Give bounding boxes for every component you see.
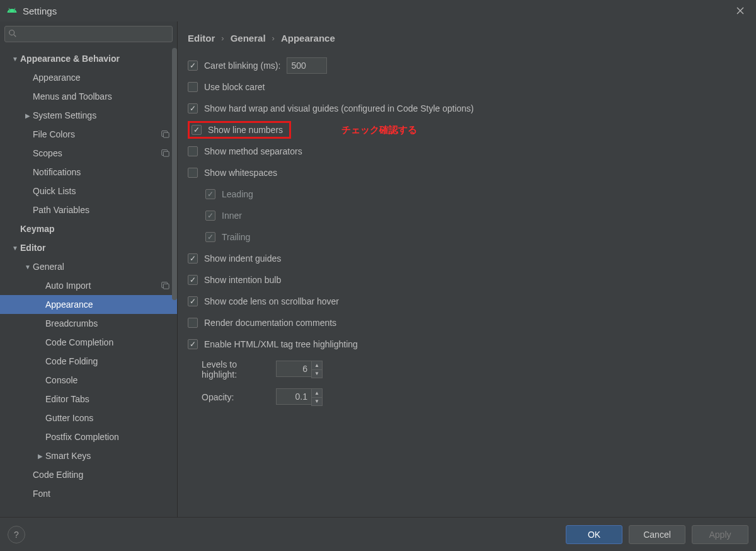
sidebar-tree[interactable]: ▼Appearance & Behavior Appearance Menus … xyxy=(0,47,177,517)
search-input[interactable] xyxy=(4,26,173,42)
window-title: Settings xyxy=(23,6,57,16)
method-separators-checkbox[interactable] xyxy=(188,146,198,156)
sidebar-item[interactable]: Appearance xyxy=(0,68,177,87)
arrow-spacer xyxy=(11,226,19,233)
show-line-numbers-checkbox[interactable] xyxy=(192,125,202,135)
sidebar-item[interactable]: Scopes xyxy=(0,144,177,163)
breadcrumb-editor[interactable]: Editor xyxy=(188,33,215,44)
sidebar-item[interactable]: Auto Import xyxy=(0,276,177,295)
cancel-button[interactable]: Cancel xyxy=(629,525,685,544)
indent-guides-checkbox[interactable] xyxy=(188,253,198,264)
arrow-spacer xyxy=(24,150,32,157)
sidebar-item-label: System Settings xyxy=(33,110,96,120)
ws-trailing-checkbox[interactable] xyxy=(205,232,215,242)
sidebar-item[interactable]: ▼Editor xyxy=(0,238,177,257)
arrow-spacer xyxy=(37,434,44,441)
annotation-text: チェック確認する xyxy=(341,124,417,136)
sidebar-item[interactable]: Console xyxy=(0,371,177,390)
chevron-right-icon: › xyxy=(272,33,275,43)
sidebar-item[interactable]: Breadcrumbs xyxy=(0,314,177,333)
sidebar-item[interactable]: Appearance xyxy=(0,295,177,314)
sidebar-item-label: Code Folding xyxy=(45,356,98,366)
sidebar-item-label: Menus and Toolbars xyxy=(33,91,112,102)
settings-body: Caret blinking (ms): Use block caret Sho… xyxy=(178,52,756,517)
project-overlay-icon xyxy=(161,281,169,291)
sidebar-item[interactable]: Notifications xyxy=(0,163,177,182)
project-overlay-icon xyxy=(161,129,169,140)
sidebar-item-label: Gutter Icons xyxy=(45,413,93,423)
sidebar-item-label: Appearance xyxy=(45,299,93,310)
sidebar-item[interactable]: Postfix Completion xyxy=(0,427,177,446)
close-icon[interactable] xyxy=(731,1,750,20)
caret-blinking-input[interactable] xyxy=(287,57,327,74)
sidebar-item[interactable]: ▼Appearance & Behavior xyxy=(0,49,177,68)
levels-input[interactable] xyxy=(276,361,311,377)
titlebar: Settings xyxy=(0,0,756,21)
sidebar-item-label: Code Completion xyxy=(45,337,113,347)
sidebar-item[interactable]: Code Completion xyxy=(0,333,177,352)
ws-leading-checkbox[interactable] xyxy=(205,189,215,199)
sidebar-item[interactable]: Quick Lists xyxy=(0,182,177,200)
render-doc-checkbox[interactable] xyxy=(188,318,198,328)
sidebar-item[interactable]: ▼General xyxy=(0,257,177,276)
arrow-spacer xyxy=(37,301,44,308)
sidebar-item-label: Path Variables xyxy=(33,205,89,215)
arrow-spacer xyxy=(24,490,32,497)
content-panel: Editor › General › Appearance Caret blin… xyxy=(178,21,756,517)
breadcrumb-general[interactable]: General xyxy=(231,33,266,44)
opacity-spinner[interactable]: ▲ ▼ xyxy=(311,388,323,406)
sidebar-item-label: Postfix Completion xyxy=(45,432,119,442)
apply-button[interactable]: Apply xyxy=(692,525,748,544)
arrow-spacer xyxy=(24,207,32,214)
intention-bulb-checkbox[interactable] xyxy=(188,275,198,285)
levels-spinner[interactable]: ▲ ▼ xyxy=(311,361,323,378)
sidebar-item[interactable]: ▶Smart Keys xyxy=(0,446,177,465)
chevron-down-icon[interactable]: ▼ xyxy=(312,370,322,378)
levels-label: Levels to highlight: xyxy=(188,359,270,380)
sidebar-item[interactable]: Editor Tabs xyxy=(0,390,177,409)
sidebar-item-label: Breadcrumbs xyxy=(45,318,98,328)
chevron-up-icon[interactable]: ▲ xyxy=(312,361,322,370)
chevron-up-icon[interactable]: ▲ xyxy=(312,389,322,398)
arrow-spacer xyxy=(37,282,44,289)
sidebar-item[interactable]: Gutter Icons xyxy=(0,409,177,427)
chevron-down-icon: ▼ xyxy=(11,55,19,62)
intention-bulb-label: Show intention bulb xyxy=(204,275,281,285)
android-icon xyxy=(6,5,18,16)
arrow-spacer xyxy=(37,377,44,384)
show-whitespaces-checkbox[interactable] xyxy=(188,168,198,178)
main-area: ▼Appearance & Behavior Appearance Menus … xyxy=(0,21,756,517)
use-block-caret-label: Use block caret xyxy=(204,82,265,92)
sidebar-item[interactable]: Keymap xyxy=(0,219,177,238)
sidebar-item[interactable]: Code Folding xyxy=(0,352,177,371)
sidebar-item-label: Editor xyxy=(20,243,45,253)
svg-rect-7 xyxy=(163,284,169,289)
use-block-caret-checkbox[interactable] xyxy=(188,82,198,92)
enable-html-xml-checkbox[interactable] xyxy=(188,339,198,349)
ws-inner-checkbox[interactable] xyxy=(205,211,215,221)
caret-blinking-checkbox[interactable] xyxy=(188,61,198,71)
ok-button[interactable]: OK xyxy=(566,525,622,544)
ws-leading-label: Leading xyxy=(222,189,253,199)
sidebar-item[interactable]: ▶System Settings xyxy=(0,106,177,125)
arrow-spacer xyxy=(37,358,44,365)
ws-trailing-label: Trailing xyxy=(222,232,250,242)
sidebar-item[interactable]: Menus and Toolbars xyxy=(0,87,177,106)
sidebar: ▼Appearance & Behavior Appearance Menus … xyxy=(0,21,178,517)
opacity-input[interactable] xyxy=(276,388,311,405)
scrollbar-thumb[interactable] xyxy=(172,48,177,300)
hard-wrap-checkbox[interactable] xyxy=(188,103,198,113)
arrow-spacer xyxy=(24,188,32,195)
sidebar-item[interactable]: File Colors xyxy=(0,125,177,144)
sidebar-item-label: Appearance xyxy=(33,72,81,83)
hard-wrap-label: Show hard wrap and visual guides (config… xyxy=(204,103,474,113)
help-button[interactable]: ? xyxy=(8,526,25,543)
code-lens-label: Show code lens on scrollbar hover xyxy=(204,296,339,306)
chevron-down-icon[interactable]: ▼ xyxy=(312,398,322,406)
chevron-right-icon: ▶ xyxy=(37,453,44,460)
enable-html-xml-label: Enable HTML/XML tag tree highlighting xyxy=(204,339,358,349)
sidebar-item[interactable]: Font xyxy=(0,484,177,503)
sidebar-item[interactable]: Code Editing xyxy=(0,465,177,484)
sidebar-item[interactable]: Path Variables xyxy=(0,200,177,219)
code-lens-checkbox[interactable] xyxy=(188,296,198,306)
